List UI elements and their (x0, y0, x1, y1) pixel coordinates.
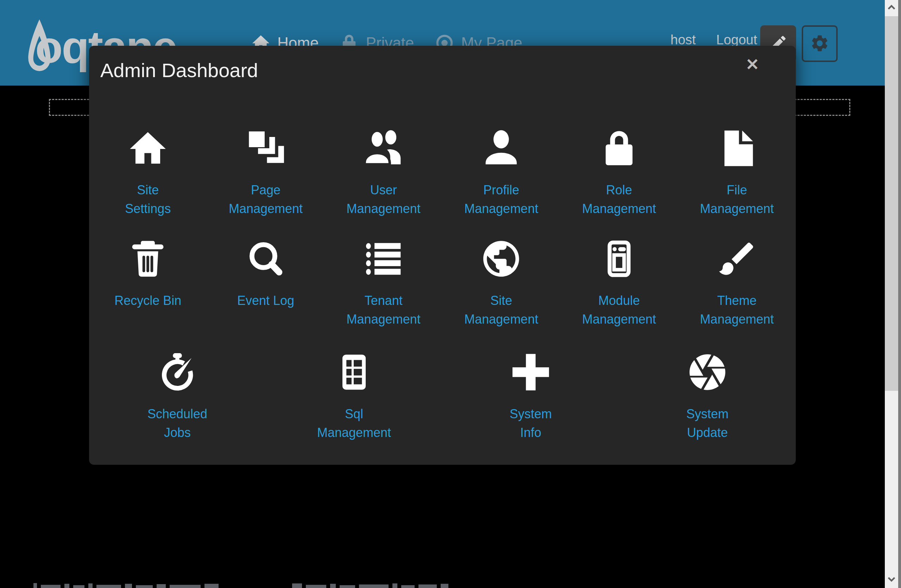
tile-label-line: Event Log (237, 291, 294, 310)
tile-label-line: Info (510, 423, 552, 442)
tile-icon-box (598, 124, 641, 172)
window-icon (598, 237, 641, 280)
tile-label-line: Management (229, 199, 303, 218)
stopwatch-icon (156, 351, 199, 394)
tile-system-update[interactable]: SystemUpdate (619, 348, 796, 442)
username-link[interactable]: host (670, 33, 696, 48)
tile-label: SiteManagement (464, 291, 538, 329)
tile-icon-box (686, 348, 729, 396)
tile-row: SiteSettingsPageManagementUserManagement… (89, 124, 796, 218)
tile-label-line: Management (582, 199, 656, 218)
table-icon (333, 351, 376, 394)
admin-tiles-grid: SiteSettingsPageManagementUserManagement… (89, 124, 796, 442)
tile-tenant-management[interactable]: TenantManagement (324, 235, 443, 329)
tile-icon-box (156, 348, 199, 396)
tile-label-line: Settings (125, 199, 171, 218)
tile-label: Event Log (237, 291, 294, 310)
tile-role-management[interactable]: RoleManagement (560, 124, 678, 218)
clipped-content-strip (292, 582, 448, 588)
tile-icon-box (126, 124, 169, 172)
tile-label-line: Management (347, 310, 421, 329)
tile-label: PageManagement (229, 181, 303, 218)
tile-profile-management[interactable]: ProfileManagement (443, 124, 560, 218)
tile-row: ScheduledJobsSqlManagementSystemInfoSyst… (89, 348, 796, 442)
tile-recycle-bin[interactable]: Recycle Bin (89, 235, 207, 329)
tile-label-line: Profile (464, 181, 538, 199)
tile-page-management[interactable]: PageManagement (207, 124, 325, 218)
gear-icon (810, 33, 829, 54)
tile-label-line: Module (582, 291, 656, 310)
scroll-down-button[interactable] (885, 572, 898, 588)
admin-dashboard-modal: Admin Dashboard ✕ SiteSettingsPageManage… (89, 46, 796, 465)
tile-label: RoleManagement (582, 181, 656, 218)
tile-icon-box (362, 235, 405, 283)
trash-icon (126, 237, 169, 280)
tile-icon-box (598, 235, 641, 283)
modal-title: Admin Dashboard (89, 46, 796, 82)
chevron-up-icon (886, 2, 897, 14)
tile-label-line: System (686, 405, 728, 423)
home-icon (126, 127, 169, 170)
bulleted-list-icon (362, 237, 405, 280)
vertical-scrollbar[interactable] (885, 0, 901, 588)
tile-label-line: Management (700, 199, 774, 218)
tile-label-line: Theme (700, 291, 774, 310)
tile-icon-box (362, 124, 405, 172)
tile-label: TenantManagement (347, 291, 421, 329)
tile-event-log[interactable]: Event Log (207, 235, 325, 329)
paintbrush-icon (716, 237, 758, 280)
tile-site-management[interactable]: SiteManagement (443, 235, 560, 329)
tile-module-management[interactable]: ModuleManagement (560, 235, 678, 329)
tile-icon-box (244, 124, 287, 172)
people-icon (362, 127, 405, 170)
close-button[interactable]: ✕ (745, 56, 759, 73)
scroll-up-button[interactable] (885, 0, 898, 16)
plus-icon (509, 351, 552, 394)
tile-label: SqlManagement (317, 405, 391, 442)
tile-icon-box (126, 235, 169, 283)
tile-label-line: File (700, 181, 774, 199)
clipped-content-strip (33, 582, 218, 588)
lock-icon (598, 127, 641, 170)
tile-icon-box (716, 124, 758, 172)
logout-link[interactable]: Logout (716, 33, 757, 48)
tile-label-line: Role (582, 181, 656, 199)
tile-label-line: Management (347, 199, 421, 218)
tile-theme-management[interactable]: ThemeManagement (678, 235, 796, 329)
file-icon (716, 127, 758, 170)
tile-label: SystemUpdate (686, 405, 728, 442)
tile-file-management[interactable]: FileManagement (678, 124, 796, 218)
tile-system-info[interactable]: SystemInfo (443, 348, 619, 442)
tile-icon-box (244, 235, 287, 283)
tile-scheduled-jobs[interactable]: ScheduledJobs (89, 348, 266, 442)
settings-button[interactable] (802, 25, 838, 62)
tile-row: Recycle BinEvent LogTenantManagementSite… (89, 235, 796, 329)
tile-label-line: Tenant (347, 291, 421, 310)
tile-sql-management[interactable]: SqlManagement (266, 348, 443, 442)
shutter-icon (686, 351, 729, 394)
tile-icon-box (480, 235, 523, 283)
tile-user-management[interactable]: UserManagement (324, 124, 443, 218)
tile-label-line: Scheduled (148, 405, 207, 423)
tile-label-line: Recycle Bin (114, 291, 181, 310)
tile-label: FileManagement (700, 181, 774, 218)
tile-label-line: Sql (317, 405, 391, 423)
close-icon: ✕ (745, 55, 759, 73)
tile-site-settings[interactable]: SiteSettings (89, 124, 207, 218)
tile-icon-box (509, 348, 552, 396)
tile-label-line: Management (317, 423, 391, 442)
tile-label: UserManagement (347, 181, 421, 218)
magnifier-icon (244, 237, 287, 280)
tile-icon-box (333, 348, 376, 396)
tile-label-line: Management (582, 310, 656, 329)
tile-icon-box (480, 124, 523, 172)
tile-label-line: Page (229, 181, 303, 199)
scrollbar-thumb[interactable] (885, 16, 898, 391)
stacked-pages-icon (244, 127, 287, 170)
tile-label-line: Site (464, 291, 538, 310)
person-icon (480, 127, 523, 170)
tile-label-line: Jobs (148, 423, 207, 442)
tile-label: ScheduledJobs (148, 405, 207, 442)
tile-label: ThemeManagement (700, 291, 774, 329)
tile-label: SystemInfo (510, 405, 552, 442)
